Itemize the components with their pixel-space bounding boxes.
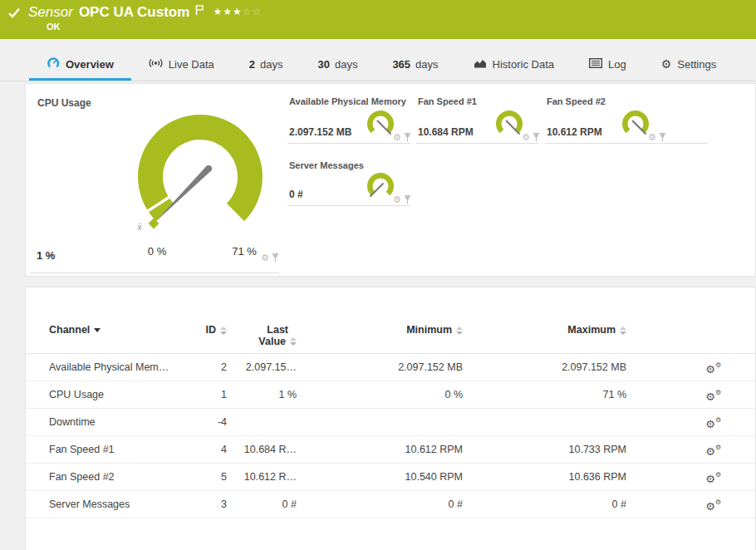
cpu-usage-gauge: x̄ 0 % 71 % bbox=[117, 105, 283, 258]
priority-stars[interactable]: ★★★☆☆ bbox=[213, 6, 262, 17]
tile-pin-icon[interactable] bbox=[272, 253, 279, 263]
tab-label: Historic Data bbox=[493, 58, 554, 71]
sort-icon bbox=[456, 327, 463, 335]
tab-label: days bbox=[335, 58, 357, 71]
object-kind-label: Sensor bbox=[28, 3, 73, 22]
tab-number: 30 bbox=[317, 58, 329, 71]
channel-maximum: 0 # bbox=[612, 498, 626, 510]
channels-table-panel: Channel ID Last Value Minimum Maximum bbox=[25, 287, 756, 550]
channel-name: Downtime bbox=[49, 416, 199, 428]
channel-id: 5 bbox=[221, 471, 227, 483]
stars-empty[interactable]: ☆☆ bbox=[243, 6, 263, 17]
tile-pin-icon[interactable] bbox=[404, 195, 411, 204]
tab-label: days bbox=[415, 58, 438, 71]
tile-gear-icon[interactable]: ⚙ bbox=[648, 133, 656, 142]
channel-last-value: 10.612 R… bbox=[244, 471, 297, 483]
tab-365-days[interactable]: 365 days bbox=[375, 50, 455, 81]
sensor-header-bar: Sensor OPC UA Custom ★★★☆☆ OK bbox=[0, 0, 756, 39]
gauge-value: 10.684 RPM bbox=[418, 126, 474, 138]
tab-settings[interactable]: ⚙ Settings bbox=[644, 50, 734, 81]
table-row: Downtime -4 ⚙⚙ bbox=[26, 409, 755, 436]
gauge-tile-fan-speed-1: Fan Speed #1 10.684 RPM ⚙ bbox=[416, 91, 539, 144]
cpu-gauge-title: CPU Usage bbox=[37, 97, 91, 109]
gauge-tile-fan-speed-2: Fan Speed #2 10.612 RPM ⚙ bbox=[545, 91, 708, 144]
column-header-minimum[interactable]: Minimum bbox=[406, 324, 463, 336]
cpu-tile-actions: ⚙ bbox=[261, 253, 279, 263]
sort-icon bbox=[290, 337, 297, 346]
table-row: Fan Speed #1 4 10.684 R… 10.612 RPM 10.7… bbox=[26, 436, 755, 464]
channel-minimum: 10.540 RPM bbox=[405, 471, 463, 483]
priority-flag-icon[interactable] bbox=[195, 4, 204, 19]
status-ok-check-icon bbox=[7, 7, 21, 22]
column-header-maximum[interactable]: Maximum bbox=[567, 324, 626, 336]
tab-historic-data[interactable]: Historic Data bbox=[456, 50, 572, 81]
historic-data-icon bbox=[474, 57, 487, 71]
gauges-panel: CPU Usage x̄ 0 % 71 % 1 % ⚙ Available Ph… bbox=[25, 83, 756, 277]
channel-last-value: 2.097.15… bbox=[246, 361, 297, 373]
cpu-current-value: 1 % bbox=[37, 249, 55, 262]
channel-last-value: 10.684 R… bbox=[244, 444, 297, 455]
table-row: Available Physical Mem… 2 2.097.15… 2.09… bbox=[26, 354, 755, 381]
tab-number: 365 bbox=[392, 58, 410, 71]
column-label: ID bbox=[206, 324, 217, 336]
tile-actions: ⚙ bbox=[648, 133, 666, 142]
tab-live-data[interactable]: Live Data bbox=[131, 50, 232, 81]
tab-number: 2 bbox=[249, 58, 255, 71]
sort-icon bbox=[220, 327, 227, 335]
channel-name: Fan Speed #1 bbox=[49, 444, 199, 455]
tile-divider bbox=[30, 273, 279, 273]
gauge-mean-marker: x̄ bbox=[137, 222, 142, 232]
settings-gear-icon: ⚙ bbox=[661, 58, 672, 70]
column-label: Last bbox=[267, 324, 288, 336]
tile-gear-icon[interactable]: ⚙ bbox=[393, 133, 401, 142]
gauge-min-label: 0 % bbox=[148, 245, 167, 258]
channel-name: Available Physical Mem… bbox=[49, 361, 199, 373]
tab-2-days[interactable]: 2 days bbox=[232, 50, 301, 81]
tile-gear-icon[interactable]: ⚙ bbox=[261, 253, 269, 263]
sort-icon bbox=[620, 327, 626, 335]
channel-minimum: 0 # bbox=[449, 498, 463, 510]
column-header-channel[interactable]: Channel bbox=[49, 324, 199, 336]
channel-name: Fan Speed #2 bbox=[49, 471, 199, 483]
column-header-last-value[interactable]: Last Value bbox=[258, 324, 297, 347]
column-label: Channel bbox=[49, 324, 90, 336]
gauge-max-label: 71 % bbox=[232, 245, 257, 258]
stars-filled[interactable]: ★★★ bbox=[213, 6, 242, 17]
tile-pin-icon[interactable] bbox=[659, 133, 666, 142]
gauge-icon bbox=[47, 56, 60, 71]
tile-pin-icon[interactable] bbox=[404, 133, 411, 142]
tile-pin-icon[interactable] bbox=[533, 133, 540, 142]
gauge-value: 0 # bbox=[289, 189, 303, 200]
channel-name: Server Messages bbox=[49, 498, 199, 510]
channel-name: CPU Usage bbox=[49, 389, 199, 400]
channel-minimum: 10.612 RPM bbox=[405, 444, 463, 455]
live-data-icon bbox=[149, 57, 163, 71]
gauge-value: 2.097.152 MB bbox=[289, 126, 351, 138]
tile-actions: ⚙ bbox=[522, 133, 540, 142]
tile-gear-icon[interactable]: ⚙ bbox=[522, 133, 530, 142]
tab-overview[interactable]: Overview bbox=[29, 50, 131, 81]
sensor-title-line: Sensor OPC UA Custom ★★★☆☆ bbox=[28, 3, 262, 22]
sort-caret-down-icon bbox=[94, 328, 101, 332]
page-title: OPC UA Custom bbox=[79, 3, 190, 22]
tab-30-days[interactable]: 30 days bbox=[300, 50, 375, 81]
channel-maximum: 10.733 RPM bbox=[569, 444, 626, 455]
gauge-title: Fan Speed #1 bbox=[418, 96, 477, 106]
tile-actions: ⚙ bbox=[393, 195, 411, 204]
channel-id: 2 bbox=[221, 361, 227, 373]
gauge-tile-server-messages: Server Messages 0 # ⚙ bbox=[287, 155, 410, 206]
tab-bar: Overview Live Data 2 days 30 days 365 da… bbox=[0, 39, 756, 81]
tab-log[interactable]: Log bbox=[572, 50, 644, 81]
tile-gear-icon[interactable]: ⚙ bbox=[393, 195, 401, 204]
column-header-id[interactable]: ID bbox=[206, 324, 228, 336]
channel-last-value: 0 # bbox=[282, 498, 297, 510]
status-badge: OK bbox=[47, 22, 61, 32]
channel-id: -4 bbox=[218, 416, 227, 428]
tab-label: Log bbox=[608, 58, 626, 71]
log-icon bbox=[589, 58, 602, 71]
channel-id: 3 bbox=[221, 498, 227, 510]
gauge-title: Fan Speed #2 bbox=[547, 96, 606, 106]
gauge-title: Server Messages bbox=[289, 160, 364, 170]
channel-maximum: 71 % bbox=[603, 389, 627, 400]
column-label: Minimum bbox=[406, 324, 452, 336]
